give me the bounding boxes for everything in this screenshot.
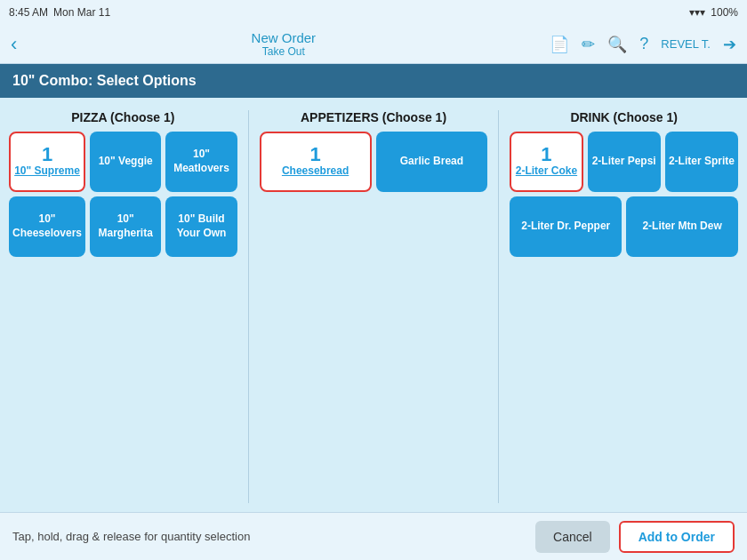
mtndew-name: 2-Liter Mtn Dew bbox=[642, 220, 721, 234]
cancel-button[interactable]: Cancel bbox=[535, 521, 610, 553]
search-icon[interactable]: 🔍 bbox=[607, 35, 627, 54]
nav-title: New Order bbox=[252, 30, 317, 45]
pizza-supreme-name: 10" Supreme bbox=[14, 164, 80, 179]
pizza-supreme-qty: 1 bbox=[42, 145, 52, 164]
wifi-icon: ▾▾▾ bbox=[689, 6, 705, 19]
pizza-column: PIZZA (Choose 1) 1 10" Supreme 10" Veggi… bbox=[9, 110, 237, 503]
status-right: ▾▾▾ 100% bbox=[689, 6, 738, 19]
appetizer-grid: 1 Cheesebread Garlic Bread bbox=[260, 132, 488, 192]
nav-bar: ‹ New Order Take Out 📄 ✏ 🔍 ? REVEL T. ➔ bbox=[0, 25, 747, 64]
pizza-grid: 1 10" Supreme 10" Veggie 10" Meatlovers … bbox=[9, 132, 237, 257]
pizza-cheeselovers-name: 10" Cheeselovers bbox=[12, 212, 82, 240]
footer-hint: Tap, hold, drag & release for quantity s… bbox=[12, 530, 250, 543]
appetizer-item-garlicbread[interactable]: Garlic Bread bbox=[376, 132, 488, 192]
drink-header: DRINK (Choose 1) bbox=[510, 110, 738, 124]
section-title: 10" Combo: Select Options bbox=[12, 73, 197, 88]
footer: Tap, hold, drag & release for quantity s… bbox=[0, 512, 747, 560]
pizza-item-buildyourown[interactable]: 10" Build Your Own bbox=[165, 196, 237, 257]
drpepper-name: 2-Liter Dr. Pepper bbox=[521, 220, 610, 234]
pizza-buildyourown-name: 10" Build Your Own bbox=[169, 212, 233, 240]
pizza-item-veggie[interactable]: 10" Veggie bbox=[90, 132, 161, 192]
help-button[interactable]: ? bbox=[639, 35, 648, 53]
status-left: 8:45 AM Mon Mar 11 bbox=[9, 6, 110, 19]
user-label: REVEL T. bbox=[661, 37, 711, 51]
drink-item-mtndew[interactable]: 2-Liter Mtn Dew bbox=[626, 196, 738, 257]
pizza-item-cheeselovers[interactable]: 10" Cheeselovers bbox=[9, 196, 85, 257]
logout-icon[interactable]: ➔ bbox=[723, 35, 736, 54]
nav-center: New Order Take Out bbox=[252, 30, 317, 58]
garlicbread-name: Garlic Bread bbox=[400, 155, 463, 169]
battery-label: 100% bbox=[711, 6, 738, 19]
time-label: 8:45 AM bbox=[9, 6, 48, 19]
drink-item-pepsi[interactable]: 2-Liter Pepsi bbox=[588, 132, 661, 192]
back-button[interactable]: ‹ bbox=[11, 33, 17, 56]
cheesebread-name: Cheesebread bbox=[282, 164, 349, 179]
pizza-header: PIZZA (Choose 1) bbox=[9, 110, 237, 124]
section-header: 10" Combo: Select Options bbox=[0, 64, 747, 98]
drink-item-coke[interactable]: 1 2-Liter Coke bbox=[510, 132, 582, 192]
main-content: PIZZA (Choose 1) 1 10" Supreme 10" Veggi… bbox=[0, 98, 747, 512]
pepsi-name: 2-Liter Pepsi bbox=[592, 155, 656, 169]
add-to-order-button[interactable]: Add to Order bbox=[619, 521, 735, 553]
cheesebread-qty: 1 bbox=[309, 145, 320, 164]
nav-subtitle: Take Out bbox=[262, 45, 305, 58]
drink-grid-bottom: 2-Liter Dr. Pepper 2-Liter Mtn Dew bbox=[510, 196, 738, 257]
divider-1 bbox=[248, 110, 249, 503]
pizza-meatlovers-name: 10" Meatlovers bbox=[169, 148, 233, 175]
appetizer-column: APPETIZERS (Choose 1) 1 Cheesebread Garl… bbox=[260, 110, 488, 503]
appetizer-header: APPETIZERS (Choose 1) bbox=[260, 110, 488, 124]
nav-left[interactable]: ‹ bbox=[11, 33, 17, 56]
pizza-veggie-name: 10" Veggie bbox=[99, 155, 153, 169]
status-bar: 8:45 AM Mon Mar 11 ▾▾▾ 100% bbox=[0, 0, 747, 25]
pizza-item-supreme[interactable]: 1 10" Supreme bbox=[9, 132, 85, 192]
coke-name: 2-Liter Coke bbox=[516, 164, 577, 179]
drink-item-drpepper[interactable]: 2-Liter Dr. Pepper bbox=[510, 196, 622, 257]
coke-qty: 1 bbox=[541, 145, 551, 164]
pizza-margherita-name: 10" Margherita bbox=[93, 212, 157, 240]
footer-buttons: Cancel Add to Order bbox=[535, 521, 735, 553]
drink-item-sprite[interactable]: 2-Liter Sprite bbox=[665, 132, 738, 192]
sprite-name: 2-Liter Sprite bbox=[669, 155, 735, 169]
nav-right: 📄 ✏ 🔍 ? REVEL T. ➔ bbox=[550, 35, 736, 54]
tool-icon[interactable]: ✏ bbox=[582, 35, 595, 54]
doc-icon[interactable]: 📄 bbox=[550, 35, 569, 54]
day-label: Mon Mar 11 bbox=[53, 6, 110, 19]
drink-column: DRINK (Choose 1) 1 2-Liter Coke 2-Liter … bbox=[510, 110, 738, 503]
appetizer-item-cheesebread[interactable]: 1 Cheesebread bbox=[260, 132, 372, 192]
pizza-item-meatlovers[interactable]: 10" Meatlovers bbox=[165, 132, 237, 192]
divider-2 bbox=[498, 110, 499, 503]
pizza-item-margherita[interactable]: 10" Margherita bbox=[90, 196, 161, 257]
drink-grid-top: 1 2-Liter Coke 2-Liter Pepsi 2-Liter Spr… bbox=[510, 132, 738, 192]
